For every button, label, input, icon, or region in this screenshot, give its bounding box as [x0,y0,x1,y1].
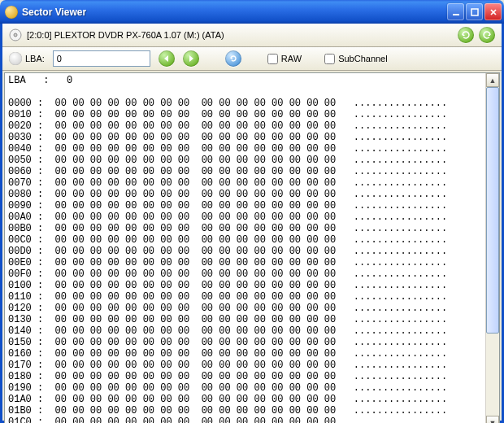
refresh-back-button[interactable] [479,27,495,43]
maximize-button[interactable] [466,3,483,20]
vscroll-thumb[interactable] [486,87,499,334]
close-button[interactable] [484,3,502,20]
scroll-down-button[interactable]: ▼ [486,416,499,423]
titlebar: Sector Viewer [0,0,504,24]
close-icon [489,8,497,16]
subchannel-checkbox[interactable] [324,54,335,64]
vertical-scrollbar[interactable]: ▲ ▼ [485,73,499,423]
refresh-forward-icon [461,30,471,40]
refresh-back-icon [482,30,492,40]
svg-rect-0 [453,14,459,15]
raw-checkbox-group[interactable]: RAW [267,54,302,64]
svg-rect-1 [471,9,478,15]
window-title: Sector Viewer [22,7,445,18]
arrow-left-icon [163,55,171,63]
arrow-right-icon [187,55,195,63]
lba-input[interactable] [53,50,150,67]
subchannel-label: SubChannel [338,54,388,63]
lba-icon [9,52,22,65]
vscroll-track[interactable] [486,87,499,416]
hex-view[interactable]: LBA : 0 0000 : 00 00 00 00 00 00 00 00 0… [5,73,485,423]
window-frame: [2:0:0] PLEXTOR DVDR PX-760A 1.07 (M:) (… [0,24,504,423]
disc-icon [9,28,22,41]
refresh-forward-button[interactable] [458,27,474,43]
hex-view-wrap: LBA : 0 0000 : 00 00 00 00 00 00 00 00 0… [4,72,500,423]
raw-checkbox[interactable] [267,54,278,64]
device-toolbar: [2:0:0] PLEXTOR DVDR PX-760A 1.07 (M:) (… [2,24,502,47]
prev-sector-button[interactable] [159,50,175,67]
next-sector-button[interactable] [183,50,199,67]
app-icon [5,6,18,19]
device-label: [2:0:0] PLEXTOR DVDR PX-760A 1.07 (M:) (… [27,30,224,40]
reload-icon [228,54,238,63]
subchannel-checkbox-group[interactable]: SubChannel [324,54,388,64]
maximize-icon [471,8,479,16]
navigation-toolbar: LBA: RAW SubChannel [2,47,502,71]
lba-group: LBA: [9,52,45,65]
raw-label: RAW [281,54,302,63]
reload-button[interactable] [225,50,241,67]
svg-point-5 [14,33,17,37]
scroll-up-button[interactable]: ▲ [486,73,499,87]
lba-label-text: LBA: [25,54,45,63]
minimize-button[interactable] [447,3,464,20]
minimize-icon [452,8,460,16]
